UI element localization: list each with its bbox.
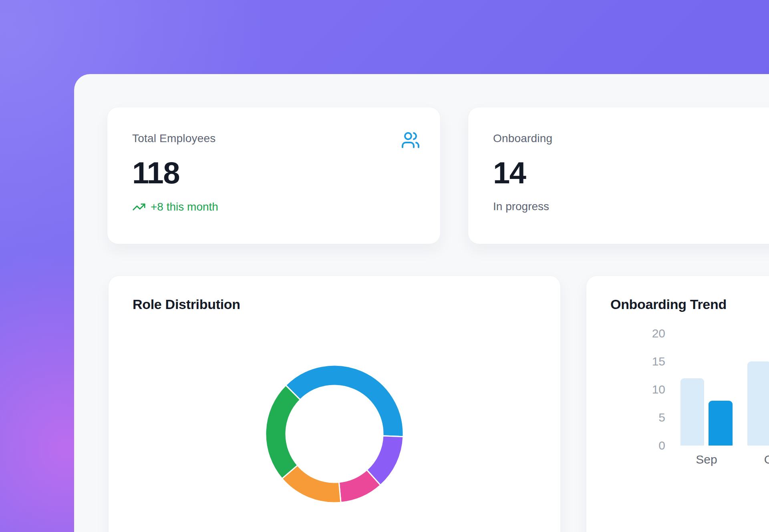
stat-value: 118 (132, 158, 420, 188)
stat-value: 14 (493, 158, 769, 188)
total-employees-card: Total Employees 118 +8 this month (107, 107, 441, 244)
bar-sep-dark (709, 401, 733, 446)
stat-card-header: Total Employees (132, 132, 420, 150)
dashboard-screenshot: { "background": { "base_color": "#7a6df0… (0, 0, 769, 532)
y-axis-tick-15: 15 (609, 355, 665, 368)
stat-label: Total Employees (132, 132, 215, 145)
trending-up-icon (132, 200, 146, 214)
x-axis-label-oct: Oct (745, 453, 769, 466)
onboarding-card: Onboarding 14 In progress (468, 107, 769, 244)
onboarding-trend-bar-chart: 20151050SepOct (586, 276, 769, 532)
onboarding-trend-card: Onboarding Trend 20151050SepOct (586, 275, 769, 532)
bar-oct-light (747, 361, 769, 446)
donut-segment-green (266, 385, 300, 478)
stat-label: Onboarding (493, 132, 552, 145)
stat-card-header: Onboarding (493, 132, 769, 150)
dashboard-panel: Total Employees 118 +8 this month (74, 74, 769, 532)
x-axis-label-sep: Sep (678, 453, 735, 466)
role-distribution-card: Role Distribution (108, 275, 561, 532)
stat-delta-text: +8 this month (151, 201, 218, 213)
chart-title: Role Distribution (133, 297, 536, 312)
y-axis-tick-10: 10 (609, 383, 665, 396)
stat-subtext: In progress (493, 200, 769, 213)
y-axis-tick-0: 0 (609, 439, 665, 452)
users-icon (401, 130, 420, 150)
stat-delta: +8 this month (132, 200, 420, 214)
donut-segment-blue (286, 365, 403, 437)
y-axis-tick-5: 5 (609, 411, 665, 424)
bar-sep-light (680, 378, 704, 446)
y-axis-tick-20: 20 (609, 327, 665, 340)
role-distribution-donut-chart (254, 354, 415, 514)
